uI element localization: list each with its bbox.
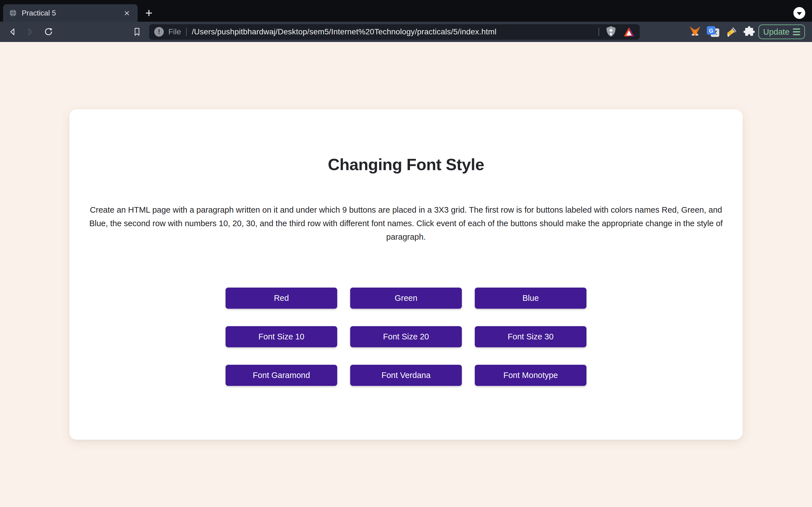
- brave-shields-icon[interactable]: [605, 25, 617, 38]
- address-bar[interactable]: ! File /Users/pushpitbhardwaj/Desktop/se…: [149, 24, 640, 40]
- button-grid: Red Green Blue Font Size 10 Font Size 20…: [69, 288, 743, 386]
- browser-update-button[interactable]: Update: [758, 24, 805, 39]
- update-label: Update: [763, 27, 790, 37]
- brave-rewards-icon[interactable]: [623, 27, 635, 37]
- font-garamond-button[interactable]: Font Garamond: [225, 365, 337, 386]
- menu-hamburger-icon[interactable]: [793, 29, 800, 35]
- back-button[interactable]: [8, 27, 17, 37]
- font-size-30-button[interactable]: Font Size 30: [475, 326, 587, 347]
- globe-icon: [9, 9, 17, 17]
- tab-strip: Practical 5 × +: [0, 0, 812, 22]
- navigation-toolbar: ! File /Users/pushpitbhardwaj/Desktop/se…: [0, 22, 812, 42]
- forward-button[interactable]: [26, 27, 35, 37]
- new-tab-button[interactable]: +: [142, 6, 156, 20]
- caret-down-icon: [797, 12, 802, 15]
- red-button[interactable]: Red: [225, 288, 337, 309]
- tab-title: Practical 5: [22, 9, 56, 17]
- metamask-extension-icon[interactable]: [689, 26, 701, 38]
- google-translate-extension-icon[interactable]: G: [707, 25, 719, 38]
- page-info-icon[interactable]: !: [154, 27, 164, 37]
- assignment-paragraph: Create an HTML page with a paragraph wri…: [86, 203, 726, 244]
- urlbar-separator: [186, 27, 187, 36]
- page-viewport: Changing Font Style Create an HTML page …: [0, 42, 812, 507]
- page-title: Changing Font Style: [69, 155, 743, 174]
- browser-window: Practical 5 × + ! File /Users/pushpitbha…: [0, 0, 812, 507]
- font-size-10-button[interactable]: Font Size 10: [225, 326, 337, 347]
- urlbar-separator-right: [599, 27, 599, 36]
- url-scheme-label: File: [168, 27, 181, 36]
- font-monotype-button[interactable]: Font Monotype: [475, 365, 587, 386]
- tab-search-button[interactable]: [794, 7, 805, 19]
- font-size-20-button[interactable]: Font Size 20: [350, 326, 462, 347]
- blue-button[interactable]: Blue: [475, 288, 587, 309]
- content-card: Changing Font Style Create an HTML page …: [69, 109, 743, 440]
- bookmark-icon[interactable]: [133, 27, 141, 37]
- extensions-puzzle-icon[interactable]: [744, 26, 755, 38]
- url-text[interactable]: /Users/pushpitbhardwaj/Desktop/sem5/Inte…: [192, 27, 497, 36]
- tab-close-icon[interactable]: ×: [122, 8, 132, 18]
- browser-tab[interactable]: Practical 5 ×: [3, 4, 138, 22]
- green-button[interactable]: Green: [350, 288, 462, 309]
- svg-text:G: G: [709, 27, 713, 34]
- reload-button[interactable]: [44, 27, 53, 37]
- font-verdana-button[interactable]: Font Verdana: [350, 365, 462, 386]
- highlighter-extension-icon[interactable]: [725, 25, 738, 38]
